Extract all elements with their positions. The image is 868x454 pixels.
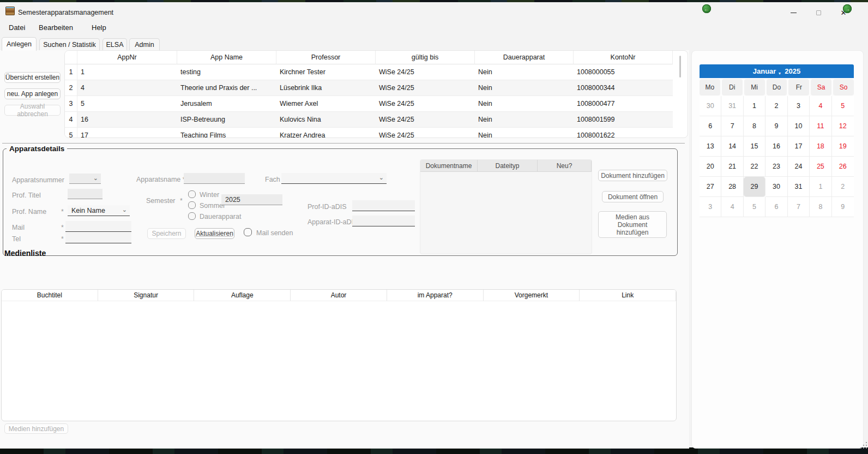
calendar-day[interactable]: 18 — [810, 136, 831, 157]
calendar-day[interactable]: 2 — [832, 177, 854, 197]
calendar-day[interactable]: 20 — [700, 157, 721, 177]
column-header[interactable]: Professor — [276, 51, 376, 64]
calendar-day[interactable]: 17 — [788, 136, 810, 157]
calendar-day[interactable]: 30 — [700, 96, 721, 116]
calendar-day[interactable]: 30 — [765, 177, 787, 197]
calendar-day[interactable]: 12 — [832, 116, 854, 136]
calendar-day[interactable]: 16 — [765, 136, 787, 157]
calendar-day[interactable]: 7 — [721, 116, 743, 136]
table-row[interactable]: 11testingKirchner TesterWiSe 24/25Nein10… — [65, 64, 688, 80]
calendar-day[interactable]: 8 — [744, 116, 765, 136]
medien-column-header[interactable]: Signatur — [98, 290, 195, 301]
dauerapparat-radio[interactable] — [188, 212, 196, 220]
calendar-day[interactable]: 4 — [810, 96, 831, 116]
calendar-day[interactable]: 31 — [721, 96, 743, 116]
column-header[interactable]: App Name — [177, 51, 276, 64]
calendar-day[interactable]: 5 — [744, 197, 765, 217]
calendar-day[interactable]: 2 — [765, 96, 787, 116]
calendar-day[interactable]: 25 — [810, 157, 831, 177]
table-cell: Teaching Films — [177, 128, 276, 138]
table-row[interactable]: 24Theorie und Praxis der ...Lüsebrink Il… — [65, 80, 688, 96]
resize-grip[interactable] — [859, 442, 867, 449]
tab-admin[interactable]: Admin — [129, 38, 160, 51]
calendar-day-selected[interactable]: 29 — [744, 177, 765, 197]
calendar-day[interactable]: 5 — [832, 96, 854, 116]
fach-dropdown[interactable]: ⌄ — [281, 173, 387, 184]
calendar-day[interactable]: 27 — [700, 177, 721, 197]
column-header[interactable]: gültig bis — [376, 51, 475, 64]
medien-column-header[interactable]: Vorgemerkt — [484, 290, 580, 301]
uebersicht-erstellen-button[interactable]: Übersicht erstellen — [4, 72, 61, 83]
calendar-day[interactable]: 23 — [765, 157, 787, 177]
calendar-day[interactable]: 22 — [744, 157, 765, 177]
calendar-day[interactable]: 1 — [810, 177, 831, 197]
calendar-day[interactable]: 1 — [744, 96, 765, 116]
tab-elsa[interactable]: ELSA — [103, 38, 127, 51]
calendar-day[interactable]: 31 — [788, 177, 810, 197]
calendar-day[interactable]: 14 — [721, 136, 743, 157]
doc-column-header[interactable]: Dateityp — [478, 160, 538, 172]
calendar-day[interactable]: 28 — [721, 177, 743, 197]
medien-aus-dokument-button[interactable]: Medien aus Dokument hinzufügen — [598, 211, 667, 238]
minimize-button[interactable] — [781, 4, 806, 21]
doc-column-header[interactable]: Neu? — [538, 160, 592, 172]
table-row[interactable]: 416ISP-BetreuungKulovics NinaWiSe 24/25N… — [65, 112, 688, 128]
calendar-day[interactable]: 6 — [700, 116, 721, 136]
calendar-day[interactable]: 3 — [700, 197, 721, 217]
calendar-day[interactable]: 10 — [788, 116, 810, 136]
menu-help[interactable]: Help — [92, 23, 106, 32]
dokument-oeffnen-button[interactable]: Dokument öffnen — [602, 191, 664, 202]
maximize-button[interactable] — [806, 4, 831, 21]
medien-column-header[interactable]: Buchtitel — [2, 290, 98, 301]
calendar-day[interactable]: 7 — [788, 197, 810, 217]
calendar-day[interactable]: 11 — [810, 116, 831, 136]
aktualisieren-button[interactable]: Aktualisieren — [195, 228, 234, 239]
column-header[interactable]: AppNr — [77, 51, 177, 64]
medien-column-header[interactable]: Link — [580, 290, 676, 301]
apparat-id-adis-field[interactable] — [352, 216, 415, 226]
calendar-month-year[interactable]: Januar▼ 2025 — [753, 67, 801, 75]
menu-bearbeiten[interactable]: Bearbeiten — [39, 23, 73, 32]
calendar-day[interactable]: 13 — [700, 136, 721, 157]
sommer-radio[interactable] — [188, 201, 196, 209]
tab-anlegen[interactable]: Anlegen — [2, 37, 37, 51]
apparatsnummer-combobox[interactable]: ⌄ — [69, 174, 101, 184]
calendar-day[interactable]: 26 — [832, 157, 854, 177]
calendar-day[interactable]: 19 — [832, 136, 854, 157]
prof-id-adis-field[interactable] — [352, 200, 415, 211]
doc-column-header[interactable]: Dokumentname — [420, 160, 478, 172]
calendar-day[interactable]: 15 — [744, 136, 765, 157]
winter-radio[interactable] — [188, 190, 196, 198]
column-header[interactable]: Dauerapparat — [475, 51, 574, 64]
table-row[interactable]: 35JerusalemWiemer AxelWiSe 24/25Nein1008… — [65, 96, 688, 112]
prof-name-dropdown[interactable]: Kein Name⌄ — [68, 205, 130, 216]
calendar-weekday: Fr — [788, 79, 809, 95]
tel-field[interactable] — [65, 232, 131, 243]
mail-field[interactable] — [65, 221, 131, 232]
calendar-day[interactable]: 21 — [721, 157, 743, 177]
dokument-hinzufuegen-button[interactable]: Dokument hinzufügen — [598, 170, 667, 181]
semester-year-field[interactable]: 2025 — [221, 194, 282, 205]
calendar-day[interactable]: 4 — [721, 197, 743, 217]
neu-app-anlegen-button[interactable]: neu. App anlegen — [4, 88, 61, 99]
table-scrollbar[interactable] — [679, 56, 681, 77]
calendar-day[interactable]: 6 — [765, 197, 787, 217]
calendar-day[interactable]: 8 — [810, 197, 831, 217]
calendar-day[interactable]: 24 — [788, 157, 810, 177]
menu-datei[interactable]: Datei — [9, 23, 25, 32]
calendar-next-month-button[interactable]: → — [843, 4, 852, 13]
calendar-month[interactable]: Januar — [753, 67, 776, 75]
medien-column-header[interactable]: im Apparat? — [387, 290, 484, 301]
calendar-prev-month-button[interactable]: ← — [702, 4, 711, 13]
mail-senden-checkbox[interactable] — [244, 228, 252, 236]
calendar-year[interactable]: 2025 — [785, 67, 800, 75]
table-row[interactable]: 517Teaching FilmsKratzer AndreaWiSe 24/2… — [65, 128, 688, 138]
medien-column-header[interactable]: Autor — [291, 290, 387, 301]
medien-column-header[interactable]: Auflage — [194, 290, 291, 301]
title-bar[interactable]: Semesterapparatsmanagement ✕ — [0, 4, 868, 21]
calendar-day[interactable]: 3 — [788, 96, 810, 116]
column-header[interactable]: KontoNr — [574, 51, 673, 64]
calendar-day[interactable]: 9 — [765, 116, 787, 136]
tab-suchen-statistik[interactable]: Suchen / Statistik — [39, 38, 100, 51]
calendar-day[interactable]: 9 — [832, 197, 854, 217]
